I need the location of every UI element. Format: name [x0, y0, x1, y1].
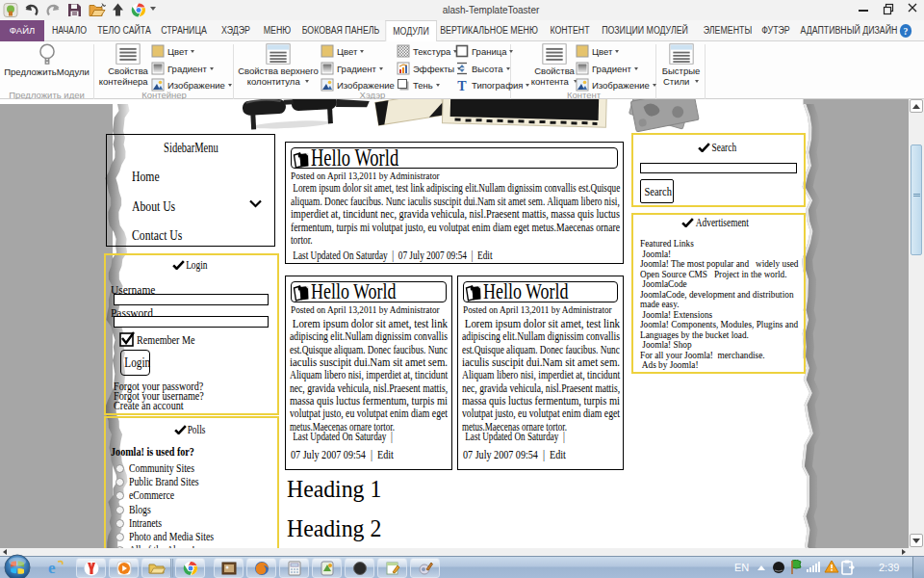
svg-text:?: ?	[904, 25, 909, 37]
svg-text:e: e	[48, 559, 56, 577]
